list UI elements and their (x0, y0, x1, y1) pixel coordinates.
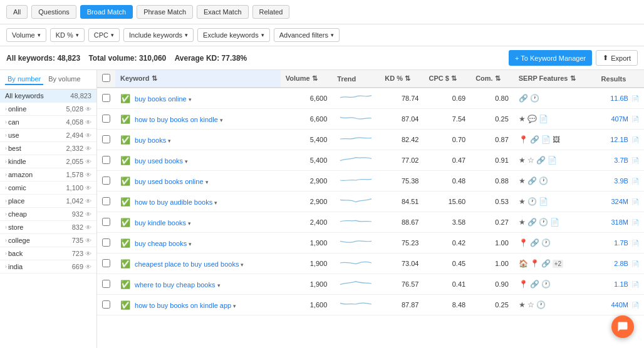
keyword-link[interactable]: buy kindle books (135, 219, 186, 227)
keyword-link[interactable]: buy books (135, 136, 166, 144)
row-checkbox[interactable] (102, 280, 110, 288)
select-all-checkbox[interactable] (102, 74, 110, 82)
sidebar-item-place[interactable]: › place 1,042 👁 (0, 195, 96, 208)
keyword-link[interactable]: how to buy books on kindle app (135, 302, 231, 309)
kw-dropdown-arrow[interactable]: ▾ (168, 138, 171, 144)
row-checkbox[interactable] (102, 197, 110, 205)
export-button[interactable]: ⬆ Export (596, 50, 638, 66)
tab-related[interactable]: Related (252, 5, 290, 19)
results-cell: 1.7B 📄 (596, 233, 644, 253)
kd-cell: 87.87 (380, 295, 423, 315)
kw-dropdown-arrow[interactable]: ▾ (188, 220, 191, 227)
row-checkbox[interactable] (102, 135, 110, 143)
kw-dropdown-arrow[interactable]: ▾ (241, 262, 244, 268)
sidebar-item-college[interactable]: › college 735 👁 (0, 234, 96, 247)
row-checkbox[interactable] (102, 156, 110, 164)
tab-phrase-match[interactable]: Phrase Match (137, 5, 193, 19)
trend-cell (332, 212, 380, 233)
row-checkbox[interactable] (102, 177, 110, 185)
row-checkbox[interactable] (102, 218, 110, 226)
results-page-icon: 📄 (631, 178, 639, 185)
sidebar-item-all-keywords[interactable]: All keywords 48,823 (0, 90, 96, 103)
row-checkbox-cell (97, 192, 115, 212)
tab-exact-match[interactable]: Exact Match (197, 5, 249, 19)
kw-dropdown-arrow[interactable]: ▾ (214, 200, 217, 206)
row-checkbox[interactable] (102, 238, 110, 247)
sidebar-kw-name: cheap (8, 210, 27, 218)
kw-dropdown-arrow[interactable]: ▾ (189, 96, 192, 103)
sidebar-item-cheap[interactable]: › cheap 932 👁 (0, 208, 96, 221)
com-cell: 0.88 (470, 171, 514, 192)
serp-cell: ★🔗🕐 (514, 171, 596, 192)
chat-bubble[interactable] (611, 315, 634, 338)
th-volume[interactable]: Volume ⇅ (281, 70, 333, 88)
keyword-link[interactable]: buy cheap books (135, 240, 187, 247)
tab-broad-match[interactable]: Broad Match (80, 5, 133, 19)
include-keywords-dropdown[interactable]: Include keywords (123, 28, 194, 42)
serp-icons-container: 📍🔗📄🖼 (519, 135, 591, 144)
volume-dropdown[interactable]: Volume (6, 28, 46, 42)
sidebar-item-amazon[interactable]: › amazon 1,578 👁 (0, 168, 96, 182)
sidebar-kw-name: kindle (8, 158, 26, 165)
keyword-link[interactable]: how to buy audible books (135, 198, 212, 206)
th-keyword[interactable]: Keyword ⇅ (115, 70, 281, 88)
kw-dropdown-arrow[interactable]: ▾ (205, 179, 209, 185)
sidebar-item-store[interactable]: › store 832 👁 (0, 221, 96, 234)
keyword-link[interactable]: buy used books (135, 157, 183, 165)
table-row: ✅ buy cheap books ▾ 1,900 75.23 0.42 1.0… (97, 233, 644, 253)
sidebar-tab-by-number[interactable]: By number (5, 74, 43, 85)
kw-dropdown-arrow[interactable]: ▾ (185, 158, 188, 165)
sidebar-item-online[interactable]: › online 5,028 👁 (0, 103, 96, 116)
sidebar-item-best[interactable]: › best 2,332 👁 (0, 142, 96, 155)
row-checkbox-cell (97, 274, 115, 295)
sidebar-tab-by-volume[interactable]: By volume (46, 74, 83, 85)
kd-cell: 75.38 (380, 171, 423, 192)
keyword-link[interactable]: buy used books online (135, 178, 203, 185)
all-keywords-label: All keywords: (6, 54, 55, 63)
chat-icon (617, 321, 628, 332)
exclude-keywords-dropdown[interactable]: Exclude keywords (197, 28, 270, 42)
sidebar-item-can[interactable]: › can 4,058 👁 (0, 116, 96, 129)
th-com[interactable]: Com. ⇅ (470, 70, 514, 88)
sidebar-item-comic[interactable]: › comic 1,100 👁 (0, 182, 96, 195)
kw-dropdown-arrow[interactable]: ▾ (189, 241, 192, 247)
keyword-link[interactable]: cheapest place to buy used books (135, 260, 239, 268)
kw-dropdown-arrow[interactable]: ▾ (233, 303, 236, 309)
sidebar-kw-name: best (8, 145, 21, 152)
row-checkbox[interactable] (102, 115, 110, 123)
row-checkbox[interactable] (102, 259, 110, 267)
row-checkbox[interactable] (102, 300, 110, 309)
tab-all[interactable]: All (6, 5, 28, 19)
th-cpc[interactable]: CPC $ ⇅ (423, 70, 470, 88)
keyword-link[interactable]: how to buy books on kindle (135, 116, 218, 123)
serp-cell: 🏠📍🔗+2 (514, 253, 596, 274)
sidebar-item-kindle[interactable]: › kindle 2,055 👁 (0, 155, 96, 168)
tab-questions[interactable]: Questions (31, 5, 76, 19)
com-cell: 0.25 (470, 109, 514, 130)
cpc-dropdown[interactable]: CPC (88, 28, 120, 42)
sidebar-kw-name: amazon (8, 171, 33, 178)
sidebar-item-back[interactable]: › back 723 👁 (0, 247, 96, 260)
advanced-filters-dropdown[interactable]: Advanced filters (274, 28, 340, 42)
keyword-link[interactable]: where to buy cheap books (135, 281, 215, 289)
kd-dropdown[interactable]: KD % (50, 28, 85, 42)
trend-sparkline (337, 174, 375, 187)
kw-dropdown-arrow[interactable]: ▾ (217, 282, 221, 289)
sidebar-kw-name: store (8, 223, 23, 231)
com-cell: 0.53 (470, 192, 514, 212)
keyword-manager-button[interactable]: + To Keyword Manager (509, 50, 592, 66)
results-page-icon: 📄 (631, 219, 639, 226)
keyword-link[interactable]: buy books online (135, 95, 187, 103)
table-row: ✅ buy used books ▾ 5,400 77.02 0.47 0.91… (97, 150, 644, 171)
th-kd[interactable]: KD % ⇅ (380, 70, 423, 88)
sidebar-item-india[interactable]: › india 669 👁 (0, 260, 96, 274)
row-checkbox[interactable] (102, 94, 110, 102)
th-serp[interactable]: SERP Features ⇅ (514, 70, 596, 88)
keyword-cell: ✅ how to buy audible books ▾ (115, 192, 281, 212)
sidebar-kw-name: college (8, 237, 30, 244)
total-volume-label: Total volume: (88, 54, 137, 63)
kw-dropdown-arrow[interactable]: ▾ (220, 117, 223, 123)
sidebar-item-use[interactable]: › use 2,494 👁 (0, 129, 96, 142)
sidebar-kw-name: back (8, 250, 23, 257)
trend-sparkline (337, 153, 375, 166)
